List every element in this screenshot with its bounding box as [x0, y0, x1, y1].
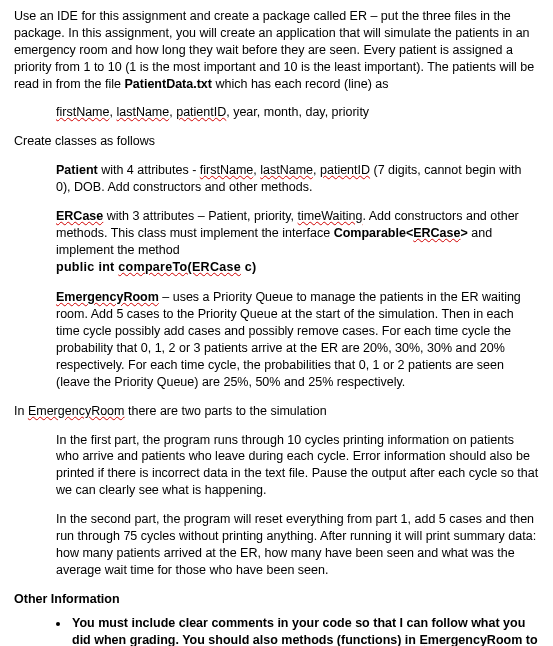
code-compareto: compareTo(ERCase [118, 260, 241, 274]
code-param: c) [241, 260, 257, 274]
create-classes-label: Create classes as follows [14, 133, 539, 150]
attr-lastname: lastName [260, 163, 313, 177]
class-emergencyroom: EmergencyRoom – uses a Priority Queue to… [56, 289, 539, 390]
separator: , [313, 163, 320, 177]
intro-paragraph: Use an IDE for this assignment and creat… [14, 8, 539, 92]
bullets-list: You must include clear comments in your … [14, 615, 539, 646]
text: In [14, 404, 28, 418]
simulation-part2: In the second part, the program will res… [56, 511, 539, 579]
simulation-part1: In the first part, the program runs thro… [56, 432, 539, 500]
class-patient: Patient with 4 attributes - firstName, l… [56, 162, 539, 196]
field-lastname: lastName [116, 105, 169, 119]
class-ercase: ERCase with 3 attributes – Patient, prio… [56, 208, 539, 276]
list-item: You must include clear comments in your … [70, 615, 539, 646]
text: with 3 attributes – Patient, priority, [103, 209, 297, 223]
class-name-emergencyroom: EmergencyRoom [56, 290, 159, 304]
code-public-int: public int [56, 260, 118, 274]
attr-timewaiting: timeWaiting [298, 209, 363, 223]
record-line: firstName, lastName, patientID, year, mo… [56, 104, 539, 121]
interface-close: > [460, 226, 467, 240]
field-firstname: firstName [56, 105, 109, 119]
class-name-patient: Patient [56, 163, 98, 177]
text: there are two parts to the simulation [124, 404, 326, 418]
record-rest: , year, month, day, priority [226, 105, 369, 119]
filename: PatientData.txt [124, 77, 212, 91]
interface-type: ERCase [413, 226, 460, 240]
text: with 4 attributes - [98, 163, 200, 177]
attr-firstname: firstName [200, 163, 253, 177]
bullet1-er: EmergencyRoom [419, 633, 522, 646]
intro-text-c: which has each record (line) as [212, 77, 388, 91]
in-emergencyroom-label: In EmergencyRoom there are two parts to … [14, 403, 539, 420]
text: – uses a Priority Queue to manage the pa… [56, 290, 521, 388]
class-name-ercase: ERCase [56, 209, 103, 223]
interface-comparable: Comparable< [334, 226, 414, 240]
name-emergencyroom: EmergencyRoom [28, 404, 125, 418]
field-patientid: patientID [176, 105, 226, 119]
other-information-heading: Other Information [14, 591, 539, 608]
attr-patientid: patientID [320, 163, 370, 177]
